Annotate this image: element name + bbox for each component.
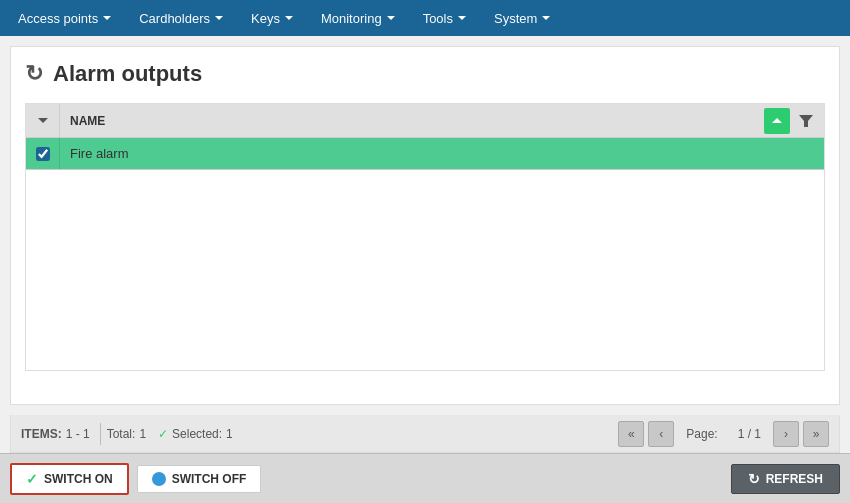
switch-off-label: SWITCH OFF [172, 472, 247, 486]
nav-tools[interactable]: Tools [409, 0, 480, 36]
nav-cardholders-label: Cardholders [139, 11, 210, 26]
prev-page-button[interactable]: ‹ [648, 421, 674, 447]
row-checkbox-cell[interactable] [26, 138, 60, 169]
page-value: 1 / 1 [730, 427, 769, 441]
name-column-header: NAME [60, 114, 764, 128]
nav-system-caret [542, 16, 550, 20]
alarm-outputs-table: NAME [25, 103, 825, 371]
column-toggle-button[interactable] [26, 104, 60, 137]
page-title-area: ↻ Alarm outputs [25, 61, 825, 87]
nav-tools-label: Tools [423, 11, 453, 26]
nav-system[interactable]: System [480, 0, 564, 36]
filter-icon [799, 115, 813, 127]
refresh-label: REFRESH [766, 472, 823, 486]
table-header: NAME [26, 104, 824, 138]
page-label: Page: [678, 427, 725, 441]
items-label: ITEMS: [21, 427, 62, 441]
sort-button[interactable] [764, 108, 790, 134]
navbar: Access points Cardholders Keys Monitorin… [0, 0, 850, 36]
nav-cardholders-caret [215, 16, 223, 20]
total-value: 1 [139, 427, 146, 441]
page-title: Alarm outputs [53, 61, 202, 87]
pagination: « ‹ Page: 1 / 1 › » [618, 421, 829, 447]
filter-button[interactable] [794, 109, 818, 133]
last-page-button[interactable]: » [803, 421, 829, 447]
nav-access-points-caret [103, 16, 111, 20]
nav-keys[interactable]: Keys [237, 0, 307, 36]
nav-system-label: System [494, 11, 537, 26]
arrow-up-icon [772, 118, 782, 123]
row-name-cell: Fire alarm [60, 146, 824, 161]
sync-icon: ↻ [25, 61, 43, 87]
switch-on-label: SWITCH ON [44, 472, 113, 486]
nav-tools-caret [458, 16, 466, 20]
switch-off-button[interactable]: SWITCH OFF [137, 465, 262, 493]
checkmark-icon: ✓ [158, 427, 168, 441]
table-wrapper: NAME [25, 103, 825, 390]
checkmark-icon: ✓ [26, 471, 38, 487]
action-bar: ✓ SWITCH ON SWITCH OFF ↻ REFRESH [0, 453, 850, 503]
items-range: 1 - 1 [66, 427, 90, 441]
next-page-button[interactable]: › [773, 421, 799, 447]
row-checkbox[interactable] [36, 147, 50, 161]
nav-access-points[interactable]: Access points [4, 0, 125, 36]
nav-monitoring-label: Monitoring [321, 11, 382, 26]
table-row: Fire alarm [26, 138, 824, 170]
total-label: Total: [107, 427, 136, 441]
circle-icon [152, 472, 166, 486]
nav-keys-label: Keys [251, 11, 280, 26]
table-header-actions [764, 108, 824, 134]
first-page-button[interactable]: « [618, 421, 644, 447]
divider-1 [100, 423, 101, 445]
nav-monitoring-caret [387, 16, 395, 20]
nav-cardholders[interactable]: Cardholders [125, 0, 237, 36]
selected-label: Selected: [172, 427, 222, 441]
svg-marker-0 [799, 115, 813, 127]
switch-on-button[interactable]: ✓ SWITCH ON [10, 463, 129, 495]
refresh-button[interactable]: ↻ REFRESH [731, 464, 840, 494]
nav-access-points-label: Access points [18, 11, 98, 26]
refresh-icon: ↻ [748, 471, 760, 487]
nav-keys-caret [285, 16, 293, 20]
chevron-down-icon [38, 118, 48, 123]
page-content-wrapper: ↻ Alarm outputs NAME [0, 36, 850, 415]
inner-content: ↻ Alarm outputs NAME [10, 46, 840, 405]
selected-value: 1 [226, 427, 233, 441]
main-wrapper: ↻ Alarm outputs NAME [0, 36, 850, 503]
nav-monitoring[interactable]: Monitoring [307, 0, 409, 36]
table-empty-area [26, 170, 824, 370]
footer-bar: ITEMS: 1 - 1 Total: 1 ✓ Selected: 1 « ‹ … [10, 415, 840, 453]
